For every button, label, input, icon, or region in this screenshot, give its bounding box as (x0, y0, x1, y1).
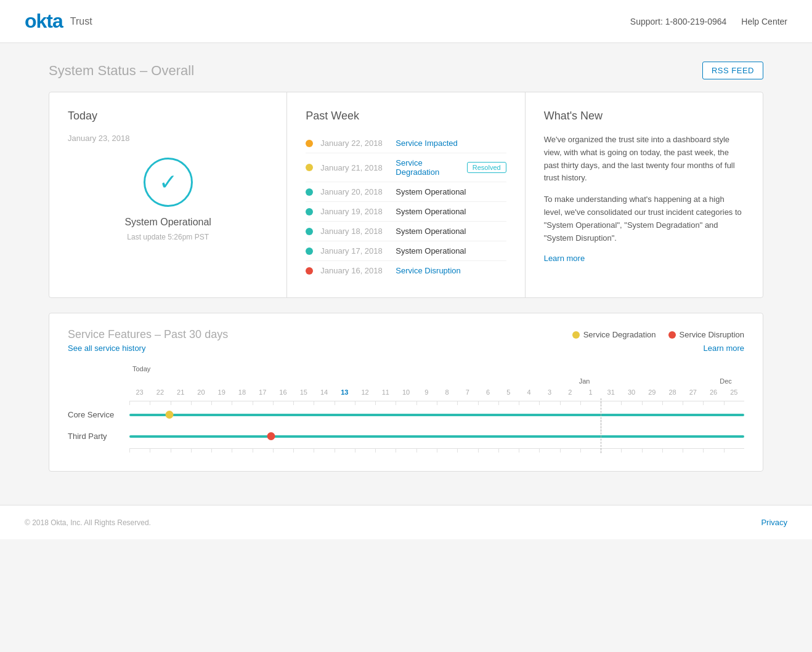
tick-line (355, 449, 375, 453)
date-number: 3 (539, 388, 559, 396)
today-marker-area: Today (129, 365, 744, 376)
rss-feed-button[interactable]: RSS FEED (702, 62, 763, 79)
tick-line (498, 449, 519, 453)
tick-line (539, 401, 559, 405)
bottom-ticks (68, 448, 744, 453)
tick-line (129, 449, 150, 453)
tick-line (191, 449, 211, 453)
tick-line (580, 449, 601, 453)
service-features-panel: Service Features – Past 30 days Service … (49, 313, 763, 472)
tick-line (171, 401, 191, 405)
service-learn-more-link[interactable]: Learn more (704, 344, 744, 353)
see-service-history-link[interactable]: See all service history (68, 344, 145, 353)
whats-new-text2: To make understanding what's happening a… (544, 193, 744, 244)
past-week-row: January 21, 2018Service DegradationResol… (306, 153, 506, 182)
week-row-status[interactable]: Service Degradation (396, 158, 459, 177)
okta-logo: okta (25, 10, 63, 33)
tick-line (314, 401, 334, 405)
date-number: 2 (560, 388, 580, 396)
help-center-link[interactable]: Help Center (741, 17, 787, 26)
tick-line (437, 449, 457, 453)
today-update-label: Last update 5:26pm PST (127, 233, 209, 241)
tick-line (150, 449, 170, 453)
tick-line (601, 449, 621, 453)
legend: Service Degradation Service Disruption (572, 330, 744, 339)
tick-line (642, 449, 662, 453)
week-row-dot (306, 267, 313, 275)
service-row-label: Core Service (68, 410, 129, 419)
tick-line (335, 401, 355, 405)
tick-line (416, 449, 437, 453)
service-row-label: Third Party (68, 432, 129, 441)
past-week-row: January 17, 2018System Operational (306, 241, 506, 261)
date-number: 25 (724, 388, 744, 396)
legend-disruption: Service Disruption (668, 330, 745, 339)
whats-new-text1: We've organized the trust site into a da… (544, 134, 744, 185)
week-row-status[interactable]: Service Impacted (396, 139, 506, 148)
tick-line (621, 401, 641, 405)
header: okta Trust Support: 1-800-219-0964 Help … (0, 0, 812, 43)
date-number: 12 (355, 388, 375, 396)
tick-line (724, 449, 744, 453)
tick-line (273, 401, 293, 405)
date-number: 16 (273, 388, 293, 396)
service-row: Core Service (68, 405, 744, 419)
past-week-row: January 22, 2018Service Impacted (306, 134, 506, 153)
date-numbers-container: 2322212019181716151413121110987654321313… (129, 388, 744, 396)
date-number: 19 (211, 388, 232, 396)
tick-line (683, 449, 703, 453)
date-number: 18 (232, 388, 252, 396)
whats-new-title: What's New (544, 110, 744, 123)
tick-line (232, 401, 252, 405)
months-area: Jan Dec (129, 377, 744, 387)
tick-line (683, 401, 703, 405)
page-subtitle: – Overall (140, 63, 194, 78)
whats-new-learn-more-link[interactable]: Learn more (544, 254, 585, 263)
week-row-status: System Operational (396, 227, 506, 236)
months-row: Jan Dec (68, 377, 744, 387)
tick-line (519, 401, 539, 405)
week-row-date: January 16, 2018 (320, 266, 388, 275)
tick-line (171, 449, 191, 453)
legend-disruption-dot (668, 331, 676, 339)
service-subheader: See all service history Learn more (68, 344, 744, 353)
today-date: January 23, 2018 (68, 134, 268, 143)
tick-line (416, 401, 437, 405)
tick-line (211, 401, 232, 405)
date-number: 20 (191, 388, 211, 396)
tick-line (519, 449, 539, 453)
date-number: 17 (253, 388, 273, 396)
tick-line (355, 401, 375, 405)
tick-line (129, 401, 150, 405)
logo-area: okta Trust (25, 10, 92, 33)
status-title-row: System Status – Overall RSS FEED (49, 62, 763, 79)
legend-disruption-label: Service Disruption (680, 330, 745, 339)
today-label: Today (132, 365, 150, 372)
today-status-label: System Operational (124, 217, 211, 228)
tick-line (375, 401, 396, 405)
date-number: 21 (171, 388, 191, 396)
date-number: 5 (498, 388, 519, 396)
tick-line (293, 449, 314, 453)
service-panel-header: Service Features – Past 30 days Service … (68, 328, 744, 341)
date-number: 23 (129, 388, 150, 396)
tick-line (396, 449, 416, 453)
service-row-dot (165, 411, 173, 419)
date-number: 6 (478, 388, 498, 396)
date-number: 10 (396, 388, 416, 396)
week-row-date: January 21, 2018 (320, 163, 388, 172)
support-text: Support: 1-800-219-0964 (630, 17, 726, 26)
tick-line (253, 401, 273, 405)
date-numbers-row: 2322212019181716151413121110987654321313… (68, 388, 744, 396)
week-row-date: January 20, 2018 (320, 187, 388, 196)
privacy-link[interactable]: Privacy (761, 518, 787, 527)
date-number: 1 (580, 388, 601, 396)
week-row-date: January 18, 2018 (320, 227, 388, 236)
tick-lines-row (68, 401, 744, 405)
date-number: 22 (150, 388, 170, 396)
week-row-status[interactable]: Service Disruption (396, 266, 506, 275)
week-row-dot (306, 140, 313, 147)
footer: © 2018 Okta, Inc. All Rights Reserved. P… (0, 505, 812, 539)
date-number: 29 (642, 388, 662, 396)
tick-line (314, 449, 334, 453)
